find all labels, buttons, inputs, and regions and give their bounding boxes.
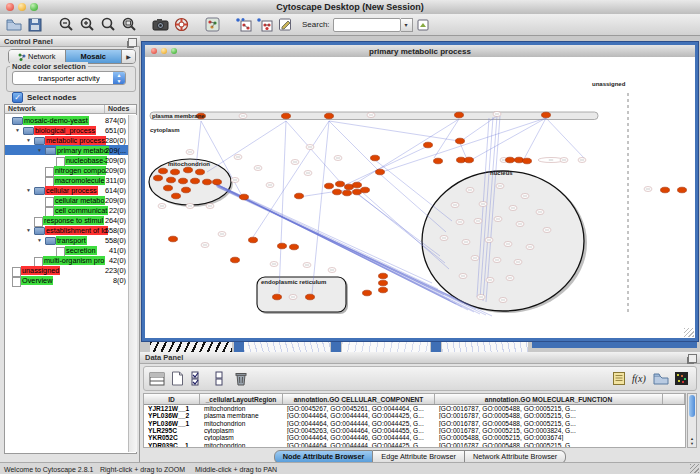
- zoom-in-icon[interactable]: [77, 16, 97, 34]
- open-file-icon[interactable]: [4, 16, 24, 34]
- table-cell[interactable]: [GO:0044464, GO:0044444, GO:0044425, G..…: [283, 442, 435, 448]
- graph-node-selected[interactable]: [343, 190, 352, 196]
- background-window-fragment[interactable]: [244, 341, 330, 352]
- graph-node-selected[interactable]: [154, 175, 163, 181]
- graph-node-selected[interactable]: [457, 157, 466, 163]
- table-cell[interactable]: [GO:0044464, GO:0044444, GO:0044425, G..…: [283, 412, 435, 419]
- tree-expander-icon[interactable]: ▼: [26, 227, 31, 233]
- tree-expander-icon[interactable]: ▼: [26, 137, 31, 143]
- table-cell[interactable]: [GO:0045263, GO:0044464, GO:0044455, G..…: [283, 427, 435, 434]
- graph-node-selected[interactable]: [379, 273, 388, 279]
- table-row[interactable]: YKR052Ccytoplasm[GO:0044464, GO:0044446,…: [144, 434, 685, 441]
- attribute-table-icon[interactable]: [147, 369, 166, 388]
- tree-item-unassigned[interactable]: unassigned223(0): [5, 265, 129, 275]
- table-scrollbar[interactable]: ▲▼: [687, 393, 697, 448]
- table-cell[interactable]: [GO:0016787, GO:0005215, GO:0003824, G..…: [435, 427, 663, 434]
- graph-node-selected[interactable]: [191, 178, 200, 184]
- tree-item-establishment-of-lo[interactable]: ▼establishment of lo558(0): [5, 225, 129, 235]
- table-cell[interactable]: mitochondrion: [200, 405, 283, 412]
- table-cell[interactable]: YJR121W__1: [144, 405, 200, 412]
- background-window-edge[interactable]: [234, 341, 244, 352]
- graph-node-selected[interactable]: [371, 155, 380, 161]
- graph-node-selected[interactable]: [167, 177, 176, 183]
- table-cell[interactable]: [GO:0045267, GO:0045261, GO:0044464, G..…: [283, 405, 435, 412]
- table-cell[interactable]: mitochondrion: [200, 442, 283, 448]
- combo-stepper-icon[interactable]: ▲▼: [113, 72, 125, 84]
- graph-node-selected[interactable]: [379, 280, 388, 286]
- more-tabs-icon[interactable]: ▶: [122, 50, 135, 63]
- table-cell[interactable]: YDR039C__1: [144, 442, 200, 448]
- graph-node-selected[interactable]: [179, 178, 188, 184]
- table-scrollbar-arrows[interactable]: ▲▼: [689, 436, 695, 446]
- tree-item-nucleobase-[interactable]: nucleobase-209(0): [5, 155, 129, 165]
- graph-node-selected[interactable]: [353, 182, 362, 188]
- background-window-edge[interactable]: [532, 341, 697, 348]
- zoom-out-icon[interactable]: [56, 16, 76, 34]
- graph-node-selected[interactable]: [164, 185, 173, 191]
- tree-item-primary-metabo[interactable]: ▼primary metabo209(...: [5, 145, 129, 155]
- table-cell[interactable]: [GO:0016787, GO:0005488, GO:0005215, G..…: [435, 405, 663, 412]
- graph-node-selected[interactable]: [273, 294, 282, 300]
- tree-item-secretion[interactable]: secretion41(0): [5, 245, 129, 255]
- table-scrollbar-thumb[interactable]: [689, 395, 695, 417]
- tree-item-multi-organism-pro[interactable]: multi-organism pro42(0): [5, 255, 129, 265]
- background-window-edge[interactable]: [331, 341, 341, 352]
- graph-node-selected[interactable]: [306, 294, 315, 300]
- table-cell[interactable]: YKR052C: [144, 434, 200, 441]
- network-canvas[interactable]: [145, 57, 695, 338]
- table-row[interactable]: YJR121W__1mitochondrion[GO:0045267, GO:0…: [144, 405, 685, 412]
- graph-node-selected[interactable]: [171, 169, 180, 175]
- table-cell[interactable]: plasma membrane: [200, 412, 283, 419]
- function-builder-icon[interactable]: f(x): [630, 369, 649, 388]
- table-cell[interactable]: [GO:0044464, GO:0044446, GO:0044444, G..…: [283, 434, 435, 441]
- select-attributes-icon[interactable]: [189, 369, 208, 388]
- graph-node-selected[interactable]: [295, 193, 304, 199]
- graph-node-selected[interactable]: [424, 142, 433, 148]
- tree-scrollbar[interactable]: [128, 115, 137, 452]
- graph-node-selected[interactable]: [465, 157, 474, 163]
- view-resize-grip[interactable]: [684, 328, 694, 337]
- tree-expander-icon[interactable]: ▼: [15, 127, 20, 133]
- graph-node-selected[interactable]: [336, 181, 345, 187]
- graph-node-selected[interactable]: [325, 113, 334, 119]
- table-cell[interactable]: YLR295C: [144, 427, 200, 434]
- tree-item-response-to-stimul[interactable]: response to stimul264(0): [5, 215, 129, 225]
- graph-node-selected[interactable]: [325, 183, 334, 189]
- graph-node-selected[interactable]: [345, 184, 354, 190]
- graph-node-selected[interactable]: [169, 236, 178, 242]
- graph-node-selected[interactable]: [678, 187, 687, 193]
- graph-node-selected[interactable]: [196, 169, 205, 175]
- delete-attribute-icon[interactable]: [231, 369, 250, 388]
- attribute-matrix-icon[interactable]: [672, 369, 691, 388]
- column-header-id[interactable]: ID: [144, 394, 200, 404]
- column-header-col2[interactable]: annotation.GO CELLULAR_COMPONENT: [283, 394, 435, 404]
- graph-node-selected[interactable]: [278, 243, 287, 249]
- table-row[interactable]: YPL036W__2plasma membrane[GO:0044464, GO…: [144, 412, 685, 419]
- graph-node-selected[interactable]: [213, 179, 222, 185]
- background-window-fragment[interactable]: [150, 341, 232, 352]
- background-window-fragment[interactable]: [342, 341, 430, 352]
- search-dropdown-icon[interactable]: ▾: [401, 18, 413, 32]
- zoom-fit-icon[interactable]: [98, 16, 118, 34]
- graph-node-selected[interactable]: [333, 189, 342, 195]
- graph-node-selected[interactable]: [523, 158, 532, 164]
- table-cell[interactable]: mitochondrion: [200, 420, 283, 427]
- graph-node-selected[interactable]: [506, 157, 515, 163]
- graph-node-selected[interactable]: [184, 167, 193, 173]
- graph-node-selected[interactable]: [249, 237, 258, 243]
- graph-node-selected[interactable]: [159, 168, 168, 174]
- tree-item-cell-communicat[interactable]: cell communicat22(0): [5, 205, 129, 215]
- help-icon[interactable]: [171, 16, 191, 34]
- graph-node-selected[interactable]: [434, 158, 443, 164]
- graph-node-selected[interactable]: [455, 112, 464, 118]
- column-header-col1[interactable]: _cellularLayoutRegion: [200, 394, 283, 404]
- table-cell[interactable]: YPL036W__1: [144, 420, 200, 427]
- tree-item-cellular-process[interactable]: ▼cellular process614(0): [5, 185, 129, 195]
- tree-item-mosaic-demo-yeast[interactable]: mosaic-demo-yeast874(0): [5, 115, 129, 125]
- network-tree-header[interactable]: Network Nodes: [4, 104, 137, 114]
- save-session-icon[interactable]: [25, 16, 45, 34]
- tree-item-biological-process[interactable]: ▼biological_process651(0): [5, 125, 129, 135]
- graph-node-selected[interactable]: [456, 138, 465, 144]
- attribute-table-header[interactable]: ID_cellularLayoutRegionannotation.GO CEL…: [144, 394, 685, 405]
- graph-node-selected[interactable]: [661, 187, 670, 193]
